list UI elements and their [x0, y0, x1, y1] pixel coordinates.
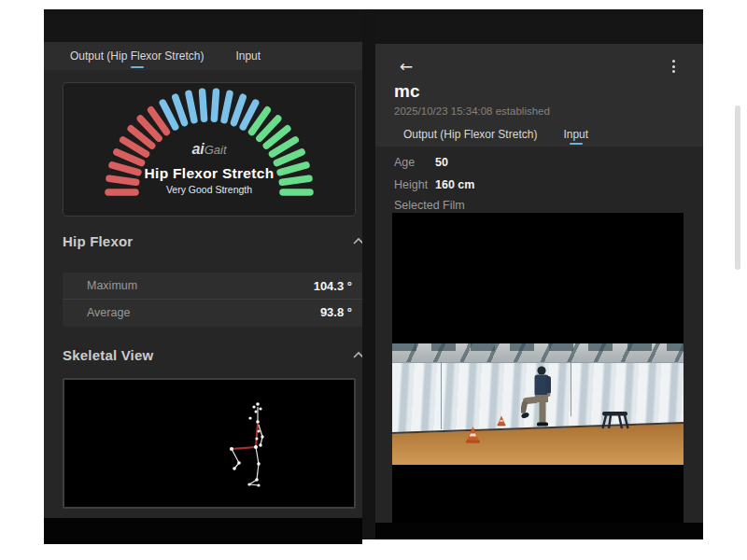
average-label: Average	[87, 306, 130, 319]
height-value: 160 cm	[435, 178, 474, 191]
active-tab-underline	[570, 143, 583, 145]
record-title: mc	[394, 81, 419, 102]
aigait-logo: aiGait	[63, 141, 355, 158]
panel-divider	[362, 9, 375, 539]
left-tab-output-label: Output (Hip Flexor Stretch)	[70, 49, 204, 63]
left-status-bar	[44, 9, 362, 42]
hip-flexor-section-title: Hip Flexor	[63, 233, 133, 249]
left-tab-input[interactable]: Input	[235, 42, 261, 70]
chevron-up-icon[interactable]	[352, 237, 362, 245]
age-label: Age	[394, 156, 435, 169]
maximum-label: Maximum	[87, 279, 137, 292]
page: Output (Hip Flexor Stretch) Input aiGait…	[0, 0, 747, 560]
left-tab-bar: Output (Hip Flexor Stretch) Input	[44, 42, 362, 70]
right-tab-input[interactable]: Input	[563, 122, 588, 147]
left-panel-body: aiGait Hip Flexor Stretch Very Good Stre…	[44, 70, 362, 518]
right-tab-output-label: Output (Hip Flexor Stretch)	[403, 128, 537, 141]
film-frame	[392, 343, 684, 465]
right-panel-body: Age 50 Height 160 cm Selected Film	[375, 147, 703, 523]
skeletal-view-canvas	[63, 378, 356, 509]
traffic-cone	[465, 426, 481, 444]
right-tab-output[interactable]: Output (Hip Flexor Stretch)	[403, 122, 537, 147]
gauge-title: Hip Flexor Stretch	[63, 165, 355, 182]
back-arrow-icon[interactable]: ←	[400, 57, 413, 76]
right-tab-input-label: Input	[563, 128, 588, 141]
film-ceiling	[392, 343, 684, 362]
height-label: Height	[394, 178, 435, 191]
right-status-bar	[375, 9, 703, 44]
right-bottom-nav-area	[375, 523, 703, 539]
record-header: ← mc 2025/10/23 15:34:08 established Out…	[375, 44, 703, 147]
active-tab-underline	[131, 66, 144, 68]
average-value: 93.8 °	[320, 305, 352, 319]
maximum-value: 104.3 °	[314, 279, 352, 293]
hip-flexor-metrics-card: Maximum 104.3 ° Average 93.8 °	[63, 273, 362, 327]
strength-gauge-card: aiGait Hip Flexor Stretch Very Good Stre…	[63, 82, 356, 217]
metric-row-maximum: Maximum 104.3 °	[63, 273, 362, 299]
selected-film-video[interactable]	[392, 213, 684, 523]
left-tab-input-label: Input	[235, 49, 261, 63]
height-field: Height 160 cm	[394, 176, 474, 193]
left-tab-output[interactable]: Output (Hip Flexor Stretch)	[70, 42, 204, 70]
skeleton-figure	[64, 380, 354, 507]
selected-film-label: Selected Film	[394, 199, 465, 212]
metric-row-average: Average 93.8 °	[63, 299, 362, 325]
gauge-subtitle: Very Good Strength	[63, 184, 355, 195]
person-exercising	[521, 364, 560, 427]
right-record-panel: ← mc 2025/10/23 15:34:08 established Out…	[375, 9, 703, 539]
skeletal-view-section-header[interactable]: Skeletal View	[63, 344, 362, 365]
left-bottom-nav-area	[44, 518, 362, 544]
record-timestamp: 2025/10/23 15:34:08 established	[394, 105, 550, 117]
scrollbar-thumb[interactable]	[735, 105, 740, 270]
hip-flexor-section-header[interactable]: Hip Flexor	[63, 231, 362, 251]
chevron-up-icon[interactable]	[352, 351, 362, 359]
skeletal-view-section-title: Skeletal View	[63, 347, 153, 363]
right-tab-bar: Output (Hip Flexor Stretch) Input	[375, 122, 703, 147]
age-value: 50	[435, 156, 448, 169]
traffic-cone-small	[497, 415, 506, 427]
age-field: Age 50	[394, 154, 448, 171]
left-result-panel: Output (Hip Flexor Stretch) Input aiGait…	[44, 9, 362, 544]
stool	[601, 411, 629, 429]
kebab-menu-icon[interactable]	[672, 60, 675, 73]
